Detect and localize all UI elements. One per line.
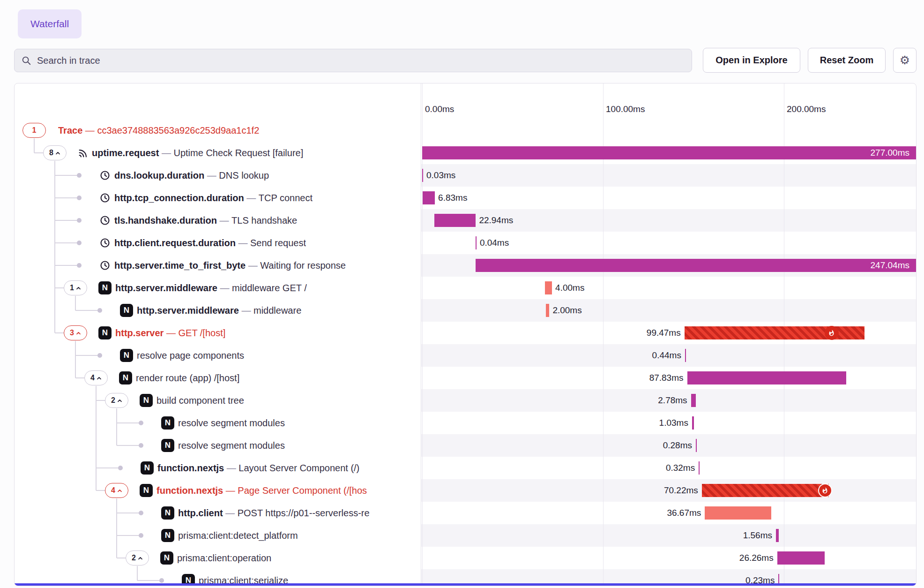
span-row[interactable]: 4Nfunction.nextjs — Page Server Componen… xyxy=(15,479,916,502)
span-row[interactable]: http.tcp_connection.duration — TCP conne… xyxy=(15,187,916,209)
span-row[interactable]: Nfunction.nextjs — Layout Server Compone… xyxy=(15,457,916,479)
span-children-badge[interactable]: 1 xyxy=(64,280,87,295)
span-title: http.client.request.duration — Send requ… xyxy=(114,232,306,254)
span-duration-bar[interactable] xyxy=(546,304,550,317)
span-title: resolve segment modules xyxy=(178,412,285,434)
span-title: function.nextjs — Page Server Component … xyxy=(156,479,367,502)
span-row[interactable]: tls.handshake.duration — TLS handshake22… xyxy=(15,209,916,232)
chevron-up-icon xyxy=(55,151,60,155)
span-row[interactable]: http.client.request.duration — Send requ… xyxy=(15,232,916,254)
span-row[interactable]: Nresolve page components0.44ms xyxy=(15,344,916,367)
span-row[interactable]: Nhttp.server.middleware — middleware2.00… xyxy=(15,299,916,322)
span-title: http.server — GET /[host] xyxy=(115,322,225,344)
tree-waterfall-divider[interactable] xyxy=(421,83,421,586)
clock-icon xyxy=(99,192,111,204)
clock-icon xyxy=(99,170,111,181)
span-duration-bar[interactable] xyxy=(476,236,477,249)
span-row[interactable]: 2Nprisma:client:operation26.26ms xyxy=(15,547,916,569)
span-duration-bar[interactable] xyxy=(699,461,700,475)
span-duration-bar[interactable] xyxy=(687,371,846,384)
tree-dot xyxy=(118,466,123,470)
reset-zoom-button[interactable]: Reset Zoom xyxy=(808,48,886,73)
span-children-badge[interactable]: 4 xyxy=(105,483,128,498)
nextjs-icon: N xyxy=(140,484,153,497)
duration-label: 2.00ms xyxy=(552,299,581,322)
nextjs-icon: N xyxy=(161,416,174,430)
span-children-badge[interactable]: 1 xyxy=(22,123,46,138)
duration-label: 87.83ms xyxy=(649,367,684,389)
span-duration-bar[interactable] xyxy=(685,349,686,362)
span-title: build component tree xyxy=(156,389,244,412)
search-box[interactable] xyxy=(14,49,692,72)
span-children-badge[interactable]: 8 xyxy=(43,145,67,160)
duration-label: 99.47ms xyxy=(647,322,681,344)
error-fire-badge xyxy=(825,326,839,340)
span-children-badge[interactable]: 2 xyxy=(105,393,128,408)
span-row[interactable]: Nhttp.client — POST https://p01--serverl… xyxy=(15,502,916,524)
span-title: Trace — cc3ae3748883563a926c253d9aa1c1f2 xyxy=(58,119,259,142)
tree-dot xyxy=(139,443,143,448)
span-row[interactable]: 3Nhttp.server — GET /[host]99.47ms xyxy=(15,322,916,344)
duration-label: 0.44ms xyxy=(652,344,681,367)
span-title: function.nextjs — Layout Server Componen… xyxy=(157,457,359,479)
span-row[interactable]: dns.lookup.duration — DNS lookup0.03ms xyxy=(15,164,916,187)
span-duration-bar[interactable] xyxy=(691,394,696,407)
span-row[interactable]: Nresolve segment modules1.03ms xyxy=(15,412,916,434)
span-children-badge[interactable]: 3 xyxy=(64,325,87,340)
span-duration-bar[interactable] xyxy=(776,529,779,542)
search-input[interactable] xyxy=(36,55,685,67)
duration-label: 4.00ms xyxy=(555,277,584,299)
clock-icon xyxy=(99,237,111,249)
duration-label: 1.56ms xyxy=(743,524,772,547)
tree-dot xyxy=(77,263,82,268)
span-row[interactable]: Nresolve segment modules0.28ms xyxy=(15,434,916,457)
span-title: tls.handshake.duration — TLS handshake xyxy=(114,209,297,232)
span-title: http.server.time_to_first_byte — Waiting… xyxy=(114,254,346,277)
span-duration-bar[interactable] xyxy=(476,259,916,272)
span-duration-bar[interactable] xyxy=(423,191,435,204)
span-duration-bar[interactable] xyxy=(422,169,423,182)
trace-waterfall-panel: 1Trace — cc3ae3748883563a926c253d9aa1c1f… xyxy=(14,83,917,586)
span-title: http.server.middleware — middleware xyxy=(137,299,301,322)
duration-label: 0.03ms xyxy=(426,164,455,187)
search-icon xyxy=(21,55,31,66)
span-duration-bar[interactable] xyxy=(434,214,476,227)
span-duration-bar[interactable] xyxy=(545,281,552,294)
tree-dot xyxy=(139,533,143,538)
open-in-explore-button[interactable]: Open in Explore xyxy=(703,48,800,73)
span-row[interactable]: 4Nrender route (app) /[host]87.83ms xyxy=(15,367,916,389)
chevron-up-icon xyxy=(138,557,143,560)
duration-label: 277.00ms xyxy=(871,142,909,164)
span-row[interactable]: Nprisma:client:detect_platform1.56ms xyxy=(15,524,916,547)
duration-label: 26.26ms xyxy=(739,547,774,569)
span-row[interactable]: 2Nbuild component tree2.78ms xyxy=(15,389,916,412)
span-title: http.tcp_connection.duration — TCP conne… xyxy=(114,187,313,209)
span-children-badge[interactable]: 2 xyxy=(126,550,149,565)
span-duration-bar[interactable] xyxy=(692,416,694,430)
span-children-badge[interactable]: 4 xyxy=(84,370,108,385)
nextjs-icon: N xyxy=(140,394,153,407)
span-duration-bar[interactable] xyxy=(696,439,697,452)
trace-root-row[interactable]: 1Trace — cc3ae3748883563a926c253d9aa1c1f… xyxy=(15,119,916,142)
tab-waterfall[interactable]: Waterfall xyxy=(18,9,82,38)
span-duration-bar[interactable] xyxy=(705,506,771,520)
duration-label: 247.04ms xyxy=(871,254,909,277)
span-title: resolve page components xyxy=(137,344,244,367)
trace-view-page: Waterfall Open in Explore Reset Zoom ⚙ 1… xyxy=(0,0,924,588)
settings-button[interactable]: ⚙ xyxy=(893,48,917,73)
span-duration-bar[interactable] xyxy=(422,146,916,159)
span-title: resolve segment modules xyxy=(178,434,285,457)
span-row[interactable]: http.server.time_to_first_byte — Waiting… xyxy=(15,254,916,277)
duration-label: 1.03ms xyxy=(659,412,688,434)
span-row[interactable]: 8uptime.request — Uptime Check Request [… xyxy=(15,142,916,164)
span-title: uptime.request — Uptime Check Request [f… xyxy=(92,142,303,164)
span-duration-bar[interactable] xyxy=(702,484,829,497)
duration-label: 0.04ms xyxy=(480,232,509,254)
panel-resize-strip[interactable] xyxy=(15,583,916,586)
span-duration-bar[interactable] xyxy=(777,551,825,565)
nextjs-icon: N xyxy=(98,281,112,294)
span-row[interactable]: 1Nhttp.server.middleware — middleware GE… xyxy=(15,277,916,299)
uptime-icon xyxy=(78,148,88,158)
duration-label: 6.83ms xyxy=(438,187,467,209)
duration-label: 0.28ms xyxy=(663,434,692,457)
